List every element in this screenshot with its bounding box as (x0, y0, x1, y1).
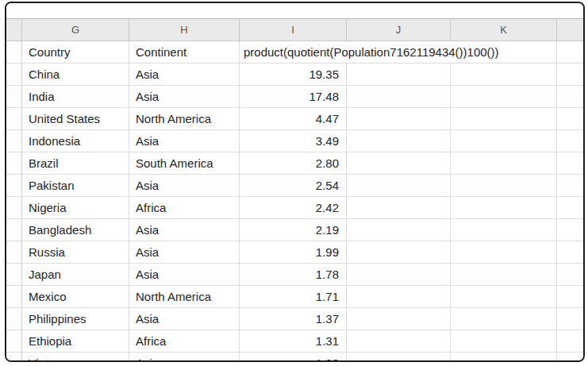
empty-cell-k[interactable] (451, 152, 557, 175)
empty-cell-j[interactable] (347, 353, 451, 362)
empty-cell[interactable] (557, 64, 583, 86)
row-header-cell[interactable] (6, 64, 22, 86)
cell-country[interactable]: Pakistan (22, 175, 129, 197)
cell-value[interactable]: 19.35 (240, 64, 347, 86)
row-header-cell[interactable] (6, 41, 22, 64)
row-header-cell[interactable] (6, 86, 22, 108)
cell-continent[interactable]: Africa (129, 197, 240, 219)
cell-continent[interactable]: Asia (129, 175, 240, 197)
cell-country[interactable]: Nigeria (22, 197, 129, 219)
empty-cell-j[interactable] (347, 197, 451, 219)
row-header-cell[interactable] (6, 219, 22, 241)
cell-country[interactable]: Vietnam (22, 353, 129, 362)
cell-continent[interactable]: North America (129, 108, 240, 130)
empty-cell-j[interactable] (347, 175, 451, 197)
row-header-cell[interactable] (6, 175, 22, 197)
cell-country[interactable]: Brazil (22, 152, 129, 175)
empty-cell-j[interactable] (347, 130, 451, 152)
cell-country[interactable]: Bangladesh (22, 219, 129, 241)
row-header-cell[interactable] (6, 108, 22, 130)
empty-cell[interactable] (557, 108, 583, 130)
cell-country[interactable]: India (22, 86, 129, 108)
empty-cell[interactable] (557, 330, 583, 353)
cell-country[interactable]: Mexico (22, 286, 129, 308)
cell-value[interactable]: 1.99 (240, 241, 347, 264)
empty-cell[interactable] (557, 197, 583, 219)
cell-value[interactable]: 3.49 (240, 130, 347, 152)
empty-cell-k[interactable] (451, 353, 557, 362)
cell-value[interactable]: 1.37 (240, 308, 347, 330)
row-header-cell[interactable] (6, 152, 22, 175)
cell-continent[interactable]: Asia (129, 353, 240, 362)
empty-cell-k[interactable] (451, 86, 557, 108)
cell-country[interactable]: China (22, 64, 129, 86)
cell-value[interactable]: 1.31 (240, 330, 347, 353)
empty-cell[interactable] (557, 86, 583, 108)
row-header-cell[interactable] (6, 286, 22, 308)
empty-cell-j[interactable] (347, 64, 451, 86)
empty-cell-j[interactable] (347, 152, 451, 175)
empty-cell[interactable] (557, 286, 583, 308)
empty-cell-k[interactable] (451, 241, 557, 264)
empty-cell[interactable] (557, 219, 583, 241)
empty-cell-j[interactable] (347, 241, 451, 264)
empty-cell[interactable] (557, 353, 583, 362)
column-header-j[interactable]: J (347, 19, 451, 40)
column-header-g[interactable]: G (22, 19, 129, 40)
empty-cell[interactable] (557, 264, 583, 286)
row-header-cell[interactable] (6, 241, 22, 264)
row-header-cell[interactable] (6, 197, 22, 219)
empty-cell-j[interactable] (347, 108, 451, 130)
cell-continent[interactable]: Asia (129, 264, 240, 286)
cell-continent[interactable]: Asia (129, 308, 240, 330)
empty-cell-j[interactable] (347, 308, 451, 330)
cell-value[interactable]: 2.54 (240, 175, 347, 197)
empty-cell-k[interactable] (451, 330, 557, 353)
empty-cell-k[interactable] (451, 308, 557, 330)
empty-cell-j[interactable] (347, 264, 451, 286)
empty-cell[interactable] (557, 152, 583, 175)
empty-cell-j[interactable] (347, 219, 451, 241)
header-cell-formula[interactable]: product(quotient(Population7162119434())… (240, 41, 557, 64)
cell-value[interactable]: 4.47 (240, 108, 347, 130)
column-header-k[interactable]: K (451, 19, 557, 40)
empty-cell-k[interactable] (451, 264, 557, 286)
cell-value[interactable]: 1.71 (240, 286, 347, 308)
empty-cell[interactable] (557, 41, 583, 64)
cell-continent[interactable]: Asia (129, 219, 240, 241)
row-header-cell[interactable] (6, 308, 22, 330)
empty-cell-k[interactable] (451, 64, 557, 86)
cell-continent[interactable]: North America (129, 286, 240, 308)
cell-continent[interactable]: Asia (129, 130, 240, 152)
empty-cell[interactable] (557, 130, 583, 152)
empty-cell[interactable] (557, 175, 583, 197)
empty-cell-k[interactable] (451, 175, 557, 197)
row-header-corner[interactable] (6, 19, 22, 40)
cell-continent[interactable]: Asia (129, 64, 240, 86)
cell-value[interactable]: 1.28 (240, 353, 347, 362)
empty-cell[interactable] (557, 241, 583, 264)
empty-cell[interactable] (557, 308, 583, 330)
cell-continent[interactable]: South America (129, 152, 240, 175)
cell-value[interactable]: 1.78 (240, 264, 347, 286)
cell-value[interactable]: 2.80 (240, 152, 347, 175)
empty-cell-k[interactable] (451, 130, 557, 152)
cell-value[interactable]: 2.42 (240, 197, 347, 219)
cell-country[interactable]: Ethiopia (22, 330, 129, 353)
empty-cell-j[interactable] (347, 86, 451, 108)
header-cell-country[interactable]: Country (22, 41, 129, 64)
cell-value[interactable]: 17.48 (240, 86, 347, 108)
cell-country[interactable]: Indonesia (22, 130, 129, 152)
empty-cell-k[interactable] (451, 197, 557, 219)
row-header-cell[interactable] (6, 264, 22, 286)
column-header-h[interactable]: H (129, 19, 240, 40)
empty-cell-k[interactable] (451, 219, 557, 241)
cell-continent[interactable]: Asia (129, 86, 240, 108)
row-header-cell[interactable] (6, 353, 22, 362)
cell-country[interactable]: United States (22, 108, 129, 130)
cell-continent[interactable]: Asia (129, 241, 240, 264)
empty-cell-k[interactable] (451, 108, 557, 130)
cell-country[interactable]: Philippines (22, 308, 129, 330)
header-cell-continent[interactable]: Continent (129, 41, 240, 64)
cell-continent[interactable]: Africa (129, 330, 240, 353)
